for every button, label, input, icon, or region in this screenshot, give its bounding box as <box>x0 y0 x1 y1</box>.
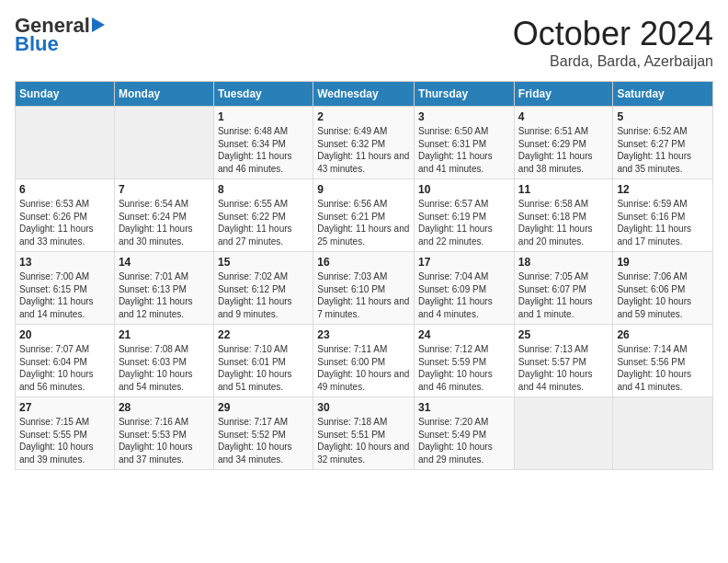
day-info: Sunrise: 7:13 AM Sunset: 5:57 PM Dayligh… <box>518 343 609 393</box>
day-cell: 16Sunrise: 7:03 AM Sunset: 6:10 PM Dayli… <box>313 252 415 325</box>
day-info: Sunrise: 6:54 AM Sunset: 6:24 PM Dayligh… <box>119 198 210 247</box>
column-header-wednesday: Wednesday <box>313 82 415 107</box>
week-row-3: 13Sunrise: 7:00 AM Sunset: 6:15 PM Dayli… <box>16 252 713 325</box>
day-info: Sunrise: 7:15 AM Sunset: 5:55 PM Dayligh… <box>19 416 110 465</box>
column-header-saturday: Saturday <box>613 82 713 107</box>
page-header: General Blue October 2024 Barda, Barda, … <box>15 15 713 70</box>
day-number: 13 <box>19 256 110 269</box>
day-cell: 5Sunrise: 6:52 AM Sunset: 6:27 PM Daylig… <box>613 107 713 179</box>
day-number: 3 <box>418 110 510 123</box>
day-info: Sunrise: 7:02 AM Sunset: 6:12 PM Dayligh… <box>218 270 309 320</box>
day-number: 30 <box>317 401 410 414</box>
column-header-friday: Friday <box>514 82 613 107</box>
day-info: Sunrise: 7:11 AM Sunset: 6:00 PM Dayligh… <box>317 343 410 393</box>
day-cell: 28Sunrise: 7:16 AM Sunset: 5:53 PM Dayli… <box>114 397 213 470</box>
day-info: Sunrise: 7:08 AM Sunset: 6:03 PM Dayligh… <box>119 343 210 393</box>
day-cell: 22Sunrise: 7:10 AM Sunset: 6:01 PM Dayli… <box>213 325 313 397</box>
day-cell: 8Sunrise: 6:55 AM Sunset: 6:22 PM Daylig… <box>213 179 313 252</box>
day-number: 16 <box>317 256 410 269</box>
day-cell: 9Sunrise: 6:56 AM Sunset: 6:21 PM Daylig… <box>313 179 415 252</box>
day-cell: 10Sunrise: 6:57 AM Sunset: 6:19 PM Dayli… <box>415 179 515 252</box>
logo-blue-text: Blue <box>15 32 59 55</box>
day-number: 28 <box>119 401 210 414</box>
day-cell: 21Sunrise: 7:08 AM Sunset: 6:03 PM Dayli… <box>114 325 213 397</box>
day-number: 6 <box>19 183 110 196</box>
day-number: 20 <box>19 328 110 341</box>
day-number: 12 <box>617 183 709 196</box>
day-info: Sunrise: 7:01 AM Sunset: 6:13 PM Dayligh… <box>119 270 210 320</box>
day-number: 1 <box>218 110 309 123</box>
day-cell <box>514 397 613 470</box>
day-cell <box>16 107 115 179</box>
day-cell: 14Sunrise: 7:01 AM Sunset: 6:13 PM Dayli… <box>114 252 213 325</box>
day-cell: 11Sunrise: 6:58 AM Sunset: 6:18 PM Dayli… <box>514 179 613 252</box>
week-row-5: 27Sunrise: 7:15 AM Sunset: 5:55 PM Dayli… <box>16 397 713 470</box>
day-number: 17 <box>418 256 510 269</box>
day-cell: 6Sunrise: 6:53 AM Sunset: 6:26 PM Daylig… <box>16 179 115 252</box>
day-number: 19 <box>617 256 709 269</box>
day-cell: 31Sunrise: 7:20 AM Sunset: 5:49 PM Dayli… <box>415 397 515 470</box>
day-info: Sunrise: 6:50 AM Sunset: 6:31 PM Dayligh… <box>418 125 510 175</box>
day-info: Sunrise: 6:59 AM Sunset: 6:16 PM Dayligh… <box>617 198 709 247</box>
day-cell: 4Sunrise: 6:51 AM Sunset: 6:29 PM Daylig… <box>514 107 613 179</box>
day-info: Sunrise: 6:55 AM Sunset: 6:22 PM Dayligh… <box>218 198 309 247</box>
day-cell <box>613 397 713 470</box>
day-number: 23 <box>317 328 410 341</box>
day-info: Sunrise: 7:16 AM Sunset: 5:53 PM Dayligh… <box>119 416 210 465</box>
day-cell: 20Sunrise: 7:07 AM Sunset: 6:04 PM Dayli… <box>16 325 115 397</box>
day-number: 2 <box>317 110 410 123</box>
day-info: Sunrise: 7:00 AM Sunset: 6:15 PM Dayligh… <box>19 270 110 320</box>
day-cell: 18Sunrise: 7:05 AM Sunset: 6:07 PM Dayli… <box>514 252 613 325</box>
day-number: 9 <box>317 183 410 196</box>
logo-arrow-icon <box>92 17 105 32</box>
day-number: 25 <box>518 328 609 341</box>
day-number: 7 <box>119 183 210 196</box>
day-cell: 3Sunrise: 6:50 AM Sunset: 6:31 PM Daylig… <box>415 107 515 179</box>
day-number: 4 <box>518 110 609 123</box>
day-number: 10 <box>418 183 510 196</box>
calendar-subtitle: Barda, Barda, Azerbaijan <box>513 53 713 70</box>
day-info: Sunrise: 6:56 AM Sunset: 6:21 PM Dayligh… <box>317 198 410 247</box>
day-info: Sunrise: 7:05 AM Sunset: 6:07 PM Dayligh… <box>518 270 609 320</box>
day-number: 8 <box>218 183 309 196</box>
week-row-1: 1Sunrise: 6:48 AM Sunset: 6:34 PM Daylig… <box>16 107 713 179</box>
day-cell: 29Sunrise: 7:17 AM Sunset: 5:52 PM Dayli… <box>213 397 313 470</box>
day-info: Sunrise: 6:52 AM Sunset: 6:27 PM Dayligh… <box>617 125 709 175</box>
day-cell: 1Sunrise: 6:48 AM Sunset: 6:34 PM Daylig… <box>213 107 313 179</box>
day-info: Sunrise: 6:58 AM Sunset: 6:18 PM Dayligh… <box>518 198 609 247</box>
day-number: 5 <box>617 110 709 123</box>
day-info: Sunrise: 7:04 AM Sunset: 6:09 PM Dayligh… <box>418 270 510 320</box>
day-number: 27 <box>19 401 110 414</box>
day-info: Sunrise: 7:06 AM Sunset: 6:06 PM Dayligh… <box>617 270 709 320</box>
day-cell <box>114 107 213 179</box>
title-block: October 2024 Barda, Barda, Azerbaijan <box>513 15 713 70</box>
day-info: Sunrise: 7:12 AM Sunset: 5:59 PM Dayligh… <box>418 343 510 393</box>
day-info: Sunrise: 7:18 AM Sunset: 5:51 PM Dayligh… <box>317 416 410 465</box>
day-info: Sunrise: 6:49 AM Sunset: 6:32 PM Dayligh… <box>317 125 410 175</box>
logo-blue: Blue <box>15 33 59 55</box>
day-number: 15 <box>218 256 309 269</box>
day-info: Sunrise: 6:53 AM Sunset: 6:26 PM Dayligh… <box>19 198 110 247</box>
column-header-thursday: Thursday <box>415 82 515 107</box>
day-cell: 25Sunrise: 7:13 AM Sunset: 5:57 PM Dayli… <box>514 325 613 397</box>
day-number: 31 <box>418 401 510 414</box>
header-row: SundayMondayTuesdayWednesdayThursdayFrid… <box>16 82 713 107</box>
day-info: Sunrise: 6:57 AM Sunset: 6:19 PM Dayligh… <box>418 198 510 247</box>
week-row-2: 6Sunrise: 6:53 AM Sunset: 6:26 PM Daylig… <box>16 179 713 252</box>
day-number: 29 <box>218 401 309 414</box>
week-row-4: 20Sunrise: 7:07 AM Sunset: 6:04 PM Dayli… <box>16 325 713 397</box>
day-info: Sunrise: 7:07 AM Sunset: 6:04 PM Dayligh… <box>19 343 110 393</box>
day-info: Sunrise: 7:20 AM Sunset: 5:49 PM Dayligh… <box>418 416 510 465</box>
day-cell: 19Sunrise: 7:06 AM Sunset: 6:06 PM Dayli… <box>613 252 713 325</box>
day-cell: 24Sunrise: 7:12 AM Sunset: 5:59 PM Dayli… <box>415 325 515 397</box>
calendar-title: October 2024 <box>513 15 713 53</box>
day-number: 11 <box>518 183 609 196</box>
calendar-table: SundayMondayTuesdayWednesdayThursdayFrid… <box>15 81 713 470</box>
logo: General Blue <box>15 15 105 55</box>
day-cell: 15Sunrise: 7:02 AM Sunset: 6:12 PM Dayli… <box>213 252 313 325</box>
day-number: 24 <box>418 328 510 341</box>
day-number: 18 <box>518 256 609 269</box>
column-header-monday: Monday <box>114 82 213 107</box>
day-cell: 17Sunrise: 7:04 AM Sunset: 6:09 PM Dayli… <box>415 252 515 325</box>
day-cell: 23Sunrise: 7:11 AM Sunset: 6:00 PM Dayli… <box>313 325 415 397</box>
